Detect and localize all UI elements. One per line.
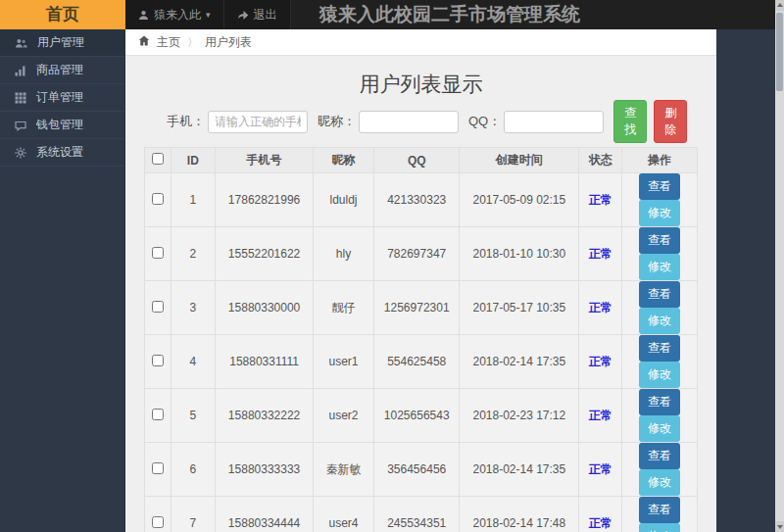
grid-icon (15, 92, 26, 104)
edit-button[interactable]: 修改 (639, 308, 680, 334)
sidebar-item-wallet-management[interactable]: 钱包管理 (0, 112, 124, 139)
cell-created: 2018-02-14 17:48 (460, 497, 579, 532)
table-row: 2 15552201622 hly 782697347 2018-01-10 1… (145, 227, 698, 281)
row-checkbox[interactable] (152, 516, 164, 528)
cell-qq: 782697347 (374, 227, 460, 281)
edit-button[interactable]: 修改 (639, 469, 680, 496)
cell-id: 2 (171, 227, 216, 281)
cell-qq: 245534351 (374, 497, 460, 532)
main-content: 主页 〉 用户列表 用户列表显示 手机： 昵称： QQ： 查找 删除 ID 手机… (125, 29, 716, 532)
nickname-input[interactable] (359, 111, 459, 133)
user-icon (138, 10, 149, 21)
cell-phone: 15880330000 (216, 281, 314, 335)
user-menu-label: 猿来入此 (154, 7, 201, 24)
qq-label: QQ： (468, 113, 501, 130)
sidebar-item-user-management[interactable]: 用户管理 (0, 29, 124, 57)
cell-id: 1 (171, 173, 216, 227)
view-button[interactable]: 查看 (639, 389, 680, 415)
cell-id: 3 (171, 281, 216, 335)
edit-button[interactable]: 修改 (639, 362, 680, 388)
view-button[interactable]: 查看 (639, 497, 680, 523)
status-badge: 正常 (589, 193, 612, 207)
page-title: 用户列表显示 (125, 71, 716, 98)
header-status: 状态 (579, 148, 622, 173)
row-checkbox[interactable] (152, 355, 164, 366)
breadcrumb-home[interactable]: 主页 (157, 34, 180, 51)
cell-actions: 查看修改 (622, 281, 698, 335)
user-menu[interactable]: 猿来入此 ▾ (125, 0, 224, 29)
cell-actions: 查看修改 (622, 335, 698, 389)
sidebar-item-product-management[interactable]: 商品管理 (0, 57, 124, 84)
table-header-row: ID 手机号 昵称 QQ 创建时间 状态 操作 (145, 148, 698, 173)
row-checkbox[interactable] (152, 193, 164, 205)
breadcrumb: 主页 〉 用户列表 (125, 29, 716, 56)
view-button[interactable]: 查看 (639, 443, 680, 469)
edit-button[interactable]: 修改 (639, 523, 680, 532)
qq-input[interactable] (504, 111, 604, 133)
vertical-scrollbar[interactable] (775, 0, 784, 532)
header-phone: 手机号 (216, 148, 314, 173)
view-button[interactable]: 查看 (639, 335, 680, 362)
status-badge: 正常 (589, 516, 612, 530)
edit-button[interactable]: 修改 (639, 200, 680, 226)
header-qq: QQ (374, 148, 460, 173)
logout-button[interactable]: 退出 (224, 0, 291, 29)
chart-icon (15, 65, 26, 76)
table-row: 3 15880330000 靓仔 1256972301 2017-05-17 1… (145, 281, 698, 335)
cell-id: 7 (171, 497, 216, 532)
cell-qq: 1025656543 (374, 389, 460, 443)
cell-nickname: hly (313, 227, 373, 281)
row-checkbox[interactable] (152, 409, 164, 420)
header-actions: 操作 (622, 148, 698, 173)
scrollbar-thumb[interactable] (776, 13, 783, 91)
table-row: 4 15880331111 user1 554625458 2018-02-14… (145, 335, 698, 389)
sidebar-item-label: 系统设置 (36, 144, 83, 161)
sidebar-item-system-settings[interactable]: 系统设置 (0, 139, 124, 167)
header-id: ID (171, 148, 216, 173)
row-checkbox[interactable] (152, 462, 164, 474)
cell-phone: 15880332222 (216, 389, 314, 443)
user-table-wrap: ID 手机号 昵称 QQ 创建时间 状态 操作 1 17862821996 ld… (144, 147, 698, 532)
view-button[interactable]: 查看 (639, 281, 680, 308)
status-badge: 正常 (589, 409, 612, 422)
cell-nickname: lduldj (313, 173, 373, 227)
logout-label: 退出 (254, 7, 277, 24)
cell-created: 2018-01-10 10:30 (460, 227, 579, 281)
table-row: 1 17862821996 lduldj 421330323 2017-05-0… (145, 173, 698, 227)
cell-created: 2018-02-14 17:35 (460, 335, 579, 389)
sidebar-item-label: 钱包管理 (36, 117, 83, 133)
row-checkbox[interactable] (152, 247, 164, 259)
edit-button[interactable]: 修改 (639, 254, 680, 280)
delete-button[interactable]: 删除 (654, 100, 687, 143)
cell-qq: 1256972301 (374, 281, 460, 335)
find-button[interactable]: 查找 (613, 100, 647, 143)
scroll-up-arrow[interactable] (775, 0, 784, 11)
cell-actions: 查看修改 (622, 173, 698, 227)
home-logo[interactable]: 首页 (0, 0, 125, 29)
sidebar-item-label: 商品管理 (36, 62, 83, 78)
breadcrumb-separator: 〉 (187, 35, 198, 50)
search-buttons: 查找 删除 (613, 100, 687, 143)
view-button[interactable]: 查看 (639, 227, 680, 254)
cell-qq: 356456456 (374, 443, 460, 497)
edit-button[interactable]: 修改 (639, 415, 680, 442)
view-button[interactable]: 查看 (639, 173, 680, 200)
top-nav: 猿来入此 ▾ 退出 (125, 0, 291, 29)
cell-phone: 17862821996 (216, 173, 314, 227)
cell-nickname: user4 (313, 497, 373, 532)
header-created: 创建时间 (460, 148, 579, 173)
phone-input[interactable] (208, 111, 308, 133)
cell-qq: 554625458 (374, 335, 460, 389)
chevron-down-icon: ▾ (206, 10, 211, 20)
row-checkbox[interactable] (152, 301, 164, 313)
wallet-icon (15, 120, 26, 131)
table-row: 6 15880333333 秦新敏 356456456 2018-02-14 1… (145, 443, 698, 497)
home-icon (138, 35, 150, 49)
scroll-down-arrow[interactable] (775, 521, 784, 532)
top-bar: 猿来入此校园二手市场管理系统 猿来入此 ▾ 退出 首页 (0, 0, 784, 29)
cell-qq: 421330323 (374, 173, 460, 227)
logout-icon (237, 10, 249, 21)
cell-id: 5 (171, 389, 216, 443)
sidebar-item-order-management[interactable]: 订单管理 (0, 84, 124, 112)
select-all-checkbox[interactable] (152, 153, 164, 165)
